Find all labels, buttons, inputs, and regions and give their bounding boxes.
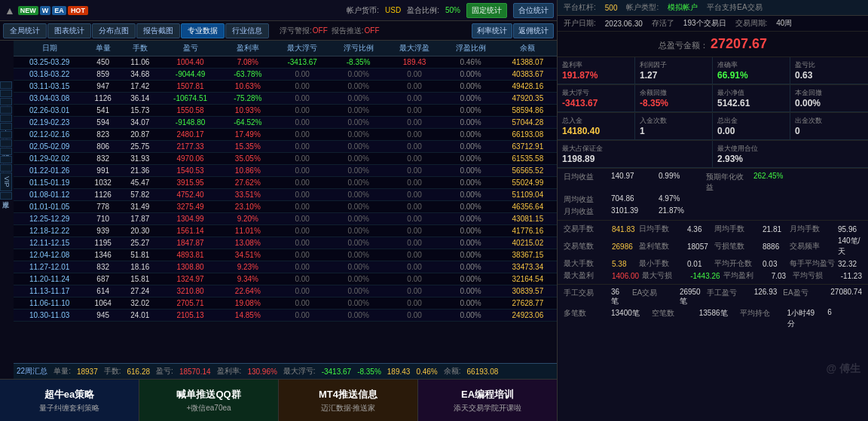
table-row[interactable]: 03.18-03.22 859 34.68 -9044.49 -63.78% 0… (14, 69, 557, 81)
ts-max-loss-val: -1443.26 (690, 272, 720, 280)
td-max-float-loss: 0.00 (274, 93, 330, 105)
income-weekly-row: 周均收益 704.86 4.97% (564, 194, 862, 206)
td-balance: 32164.54 (499, 273, 557, 285)
float-warning-state[interactable]: OFF (313, 26, 328, 35)
table-row[interactable]: 01.01-01.05 778 31.49 3275.49 23.10% 0.0… (14, 201, 557, 213)
th-float-gain-ratio: 浮盈比例 (442, 41, 498, 56)
sidenav-vip[interactable]: VIP (0, 172, 12, 191)
table-row[interactable]: 11.13-11.17 614 27.24 3210.80 22.64% 0.0… (14, 285, 557, 297)
table-row[interactable]: 12.04-12.08 1346 51.81 4893.81 34.51% 0.… (14, 249, 557, 261)
sidenav-attr[interactable]: 属性 (0, 156, 12, 163)
td-profit-rate: 13.08% (222, 237, 274, 249)
nav-global[interactable]: 全局统计 (3, 23, 47, 38)
td-balance: 40383.67 (499, 69, 557, 81)
ratio-label: 盈合比例: (407, 5, 439, 16)
report-push-state[interactable]: OFF (365, 26, 380, 35)
td-max-float-loss: 0.00 (274, 285, 330, 297)
sidenav-year[interactable]: 年 (0, 106, 12, 114)
table-row[interactable]: 02.19-02.23 594 34.07 -9148.80 -64.52% 0… (14, 117, 557, 129)
stat-balance-drawdown-value: -8.35% (640, 98, 708, 108)
td-max-float-gain: 0.00 (387, 117, 442, 129)
sidenav-demo[interactable]: 观摩 (0, 192, 12, 200)
banner-qq[interactable]: 喊单推送QQ群 +微信ea70ea (139, 380, 279, 421)
td-lots: 45.47 (121, 177, 159, 189)
rebate-stats-btn[interactable]: 返佣统计 (513, 23, 554, 38)
banner-training[interactable]: EA编程培训 添天交易学院开课啦 (418, 380, 557, 421)
hold-value: 1小时49分 (787, 308, 822, 329)
table-row[interactable]: 03.11-03.15 947 17.42 1507.81 10.63% 0.0… (14, 81, 557, 93)
td-profit: 3210.80 (159, 285, 221, 297)
table-row[interactable]: 11.27-12.01 832 18.16 1308.80 9.23% 0.00… (14, 261, 557, 273)
table-row[interactable]: 03.04-03.08 1126 36.14 -10674.51 -75.28%… (14, 93, 557, 105)
account-currency-label: 帐户货币: (347, 5, 379, 16)
td-float-gain-ratio: 0.00% (442, 117, 498, 129)
nav-scatter[interactable]: 分布点图 (92, 23, 136, 38)
table-row[interactable]: 10.30-11.03 945 24.01 2105.13 14.85% 0.0… (14, 310, 557, 322)
td-max-float-loss: 0.00 (274, 153, 330, 165)
account-info: 帐户货币: USD 盈合比例: 50% 固定统计 合位统计 (347, 3, 554, 18)
td-lots: 24.01 (121, 310, 159, 322)
banner-mt4[interactable]: MT4推送信息 迈汇数据·推送家 (279, 380, 418, 421)
table-scroll[interactable]: 日期 单量 手数 盈亏 盈利率 最大浮亏 浮亏比例 最大浮盈 浮盈比例 余额 (14, 41, 557, 363)
stat-accuracy: 准确率 66.91% (713, 57, 790, 84)
td-orders: 832 (85, 261, 121, 273)
table-row[interactable]: 01.29-02.02 832 31.93 4970.06 35.05% 0.0… (14, 153, 557, 165)
table-row[interactable]: 02.26-03.01 541 15.73 1550.58 10.93% 0.0… (14, 105, 557, 117)
table-row[interactable]: 12.18-12.22 939 20.30 1561.14 11.01% 0.0… (14, 225, 557, 237)
nav-industry[interactable]: 行业信息 (225, 23, 269, 38)
stat-max-margin-label: 最大占保证金 (562, 144, 708, 154)
sidenav-range[interactable]: 波幅 (0, 148, 12, 155)
table-row[interactable]: 12.11-12.15 1195 25.27 1847.87 13.08% 0.… (14, 237, 557, 249)
sidenav-week[interactable]: 周 (0, 90, 12, 97)
td-max-float-loss: 0.00 (274, 273, 330, 285)
interest-stats-btn[interactable]: 利率统计 (472, 23, 512, 38)
arrow-up[interactable]: ▲ (3, 5, 17, 17)
table-row[interactable]: 02.05-02.09 806 25.75 2177.33 15.35% 0.0… (14, 141, 557, 153)
td-float-gain-ratio: 0.00% (442, 285, 498, 297)
sidenav-symbol[interactable]: 品种 (0, 131, 12, 139)
table-row[interactable]: 11.20-11.24 687 15.81 1324.97 9.34% 0.00… (14, 273, 557, 285)
table-header-row: 日期 单量 手数 盈亏 盈利率 最大浮亏 浮亏比例 最大浮盈 浮盈比例 余额 (14, 41, 557, 56)
stat-capital-drawdown: 本金回撤 0.00% (790, 85, 868, 112)
table-row[interactable]: 01.22-01.26 991 21.36 1540.53 10.86% 0.0… (14, 165, 557, 177)
table-row[interactable]: 12.25-12.29 710 17.87 1304.99 9.20% 0.00… (14, 213, 557, 225)
combined-stats-btn[interactable]: 合位统计 (513, 3, 554, 18)
td-float-gain-ratio: 0.00% (442, 153, 498, 165)
td-max-float-loss: 0.00 (274, 177, 330, 189)
table-row[interactable]: 03.25-03.29 450 11.06 1004.40 7.08% -341… (14, 56, 557, 69)
sidenav-single[interactable]: 单币 (0, 114, 12, 122)
td-orders: 594 (85, 117, 121, 129)
nav-report[interactable]: 报告截图 (136, 23, 180, 38)
table-row[interactable]: 02.12-02.16 823 20.87 2480.17 17.49% 0.0… (14, 129, 557, 141)
stat-max-float-loss: 最大浮亏 -3413.67 (558, 85, 635, 112)
fixed-stats-btn[interactable]: 固定统计 (466, 3, 507, 18)
td-max-float-loss: 0.00 (274, 105, 330, 117)
income-monthly-row: 月均收益 3101.39 21.87% (564, 206, 862, 218)
nav-professional[interactable]: 专业数据 (181, 23, 225, 38)
stats-row1: 盈利率 191.87% 利润因子 1.27 准确率 66.91% 盈亏比 0.6… (558, 57, 868, 85)
td-balance: 66193.08 (499, 129, 557, 141)
right-info-row: 开户日期: 2023.06.30 存活了 193个交易日 交易周期: 40周 (558, 16, 868, 32)
td-orders: 710 (85, 213, 121, 225)
td-date: 10.30-11.03 (14, 310, 85, 322)
banner-strategy[interactable]: 超牛ea策略 量子纠缠套利策略 (0, 380, 139, 421)
table-row[interactable]: 01.15-01.19 1032 45.47 3915.95 27.62% 0.… (14, 177, 557, 189)
td-float-gain-ratio: 0.00% (442, 213, 498, 225)
ts-win-trades-val: 18057 (687, 243, 711, 251)
sidenav-bigtext[interactable]: 大字 (0, 164, 12, 172)
sidenav-day[interactable]: 日 (0, 81, 12, 89)
ts-freq-val: 140笔/天 (838, 236, 862, 257)
sidenav-month[interactable]: 月 (0, 98, 12, 105)
sidenav-holding[interactable]: 持仓 (0, 123, 12, 130)
nav-chart[interactable]: 图表统计 (47, 23, 91, 38)
table-row[interactable]: 01.08-01.12 1126 57.82 4752.40 33.51% 0.… (14, 189, 557, 201)
td-balance: 46356.64 (499, 201, 557, 213)
td-balance: 57044.28 (499, 117, 557, 129)
ts-avg-pnl-label: 每手平均盈亏 (790, 258, 835, 269)
table-row[interactable]: 11.06-11.10 1064 32.02 2705.71 19.08% 0.… (14, 297, 557, 310)
stat-deposit-count: 入金次数 1 (635, 113, 713, 140)
th-orders: 单量 (85, 41, 121, 56)
td-balance: 41388.07 (499, 56, 557, 69)
multi-label: 多笔数 (564, 308, 605, 329)
sidenav-magic[interactable]: 魔号 (0, 139, 12, 147)
